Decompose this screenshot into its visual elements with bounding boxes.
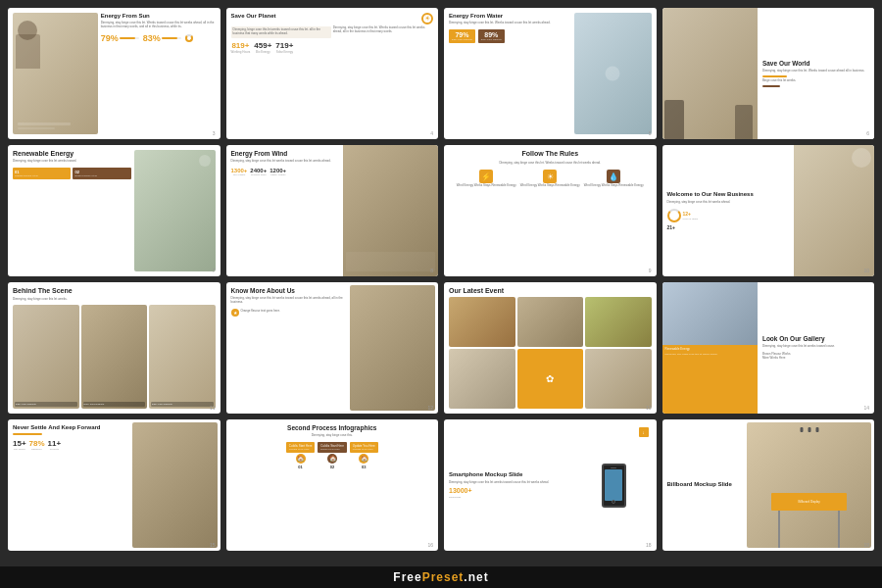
slide18-number: 18 [646,542,652,548]
slide11-number: 11 [210,405,216,411]
slide-11[interactable]: Behind The Scene Dimmying, stay binge co… [8,282,220,414]
slide3-stat1: 79% [101,33,119,43]
slide18-stat1: 13000+ [449,487,566,494]
slide7-number: 7 [213,268,216,273]
slide5-stat1: 79% [452,31,472,38]
slide9-number: 9 [649,268,652,273]
slide-8[interactable]: Energy From Wind Dimmying, stay binge co… [226,145,439,276]
slide-14[interactable]: Renewable Energy Dimmying, stay binge co… [662,282,875,414]
slide6-number: 6 [866,130,869,136]
slide4-title: Save Our Planet [231,13,276,20]
slide12-number: 12 [427,405,433,411]
slide-9[interactable]: Follow The Rules Dimmying, stay binge co… [444,145,657,276]
slide15-stat2: 78% [29,439,45,448]
slide19-title: Billboard Mockup Slide [667,481,745,488]
slide11-title: Behind The Scene [13,287,216,295]
slide19-number: 19 [863,542,869,548]
slide8-title: Energy From Wind [231,150,338,158]
slide4-stat1: 819+ [231,41,251,50]
slide-5[interactable]: Energy From Water Dimmying, stay binge c… [444,8,657,139]
watermark-suffix: .net [464,570,488,584]
slide10-number: 10 [863,268,869,273]
slide10-title: Welcome to Our New Business [667,191,789,198]
slide-10[interactable]: Welcome to Our New Business Dimmying, st… [662,145,875,276]
slide-18[interactable]: Smartphone Mockup Slide Dimmying, stay b… [444,419,657,551]
watermark: FreePreset.net [0,566,882,588]
slide16-title: Second Process Infographics [287,424,376,432]
slide4-number: 4 [430,130,433,136]
slide4-stat2: 459+ [254,41,271,50]
slide5-number: 5 [649,130,652,136]
slide-6[interactable]: Save Our World Dimmying, stay binge cose… [662,8,875,139]
slide-13[interactable]: Our Latest Event ✿ [444,282,657,414]
slide-16[interactable]: Second Process Infographics Dimmying, st… [226,419,439,551]
slide7-title: Renewable Energy [13,150,131,158]
slide16-number: 16 [427,542,433,548]
slide13-title: Our Latest Event [449,287,652,295]
slide-3[interactable]: Energy From Sun Dimmying, stay binge cos… [8,8,220,139]
slide5-stat2: 89% [481,31,502,38]
watermark-free: Free [393,570,421,584]
slide-15[interactable]: Never Settle And Keep Forward 15+ Our Wo… [8,419,220,551]
slide4-stat3: 719+ [275,41,293,50]
slide10-stat2: 21+ [667,224,789,230]
slide15-title: Never Settle And Keep Forward [13,424,127,431]
slide-grid: Energy From Sun Dimmying, stay binge cos… [0,0,882,559]
slide12-title: Know More About Us [231,287,346,295]
slide9-title: Follow The Rules [521,150,578,158]
slide15-number: 15 [210,542,216,548]
slide15-stat1: 15+ [13,439,26,448]
slide10-stat1: 12+ [683,211,699,217]
slide-7[interactable]: Renewable Energy Dimmying, stay binge co… [8,145,220,276]
slide3-stat2: 83% [143,33,161,43]
slide-4[interactable]: Save Our Planet ☀ Dimmying, binge cose t… [226,8,439,139]
slide3-title: Energy From Sun [101,13,216,20]
slide8-number: 8 [430,268,433,273]
slide18-title: Smartphone Mockup Slide [449,471,566,478]
slide-19[interactable]: Billboard Mockup Slide Billboard Display [662,419,875,551]
slide3-number: 3 [213,130,216,136]
slide14-title: Look On Our Gallery [762,335,869,343]
watermark-brand: Preset [422,570,465,584]
slide6-title: Save Our World [762,60,869,68]
slide5-title: Energy From Water [449,13,571,20]
slide15-stat3: 11+ [48,439,62,448]
slide13-number: 13 [646,405,652,411]
slide14-number: 14 [863,405,869,411]
slide-12[interactable]: Know More About Us Dimmying, stay binge … [226,282,439,414]
